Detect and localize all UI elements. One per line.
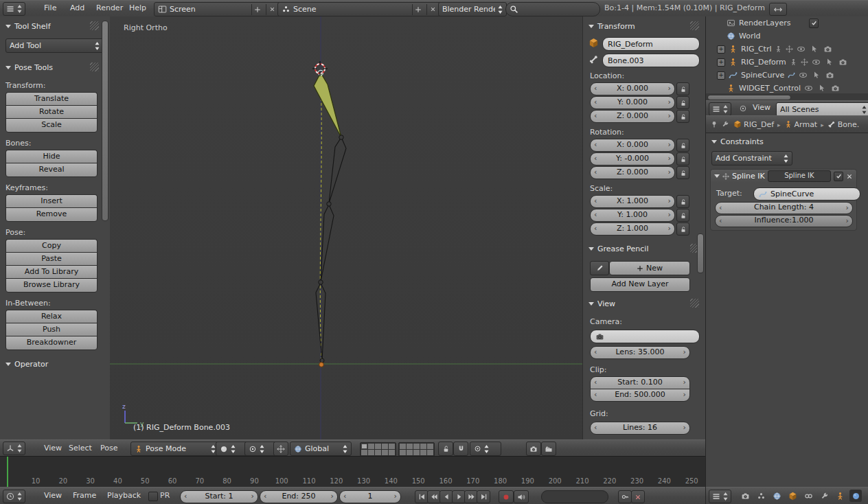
delete-keyframe-button[interactable] [631,490,645,503]
location-z-field[interactable]: Z: 0.000 [590,110,675,123]
scene-name-field[interactable]: Scene [293,5,409,14]
layer-cell[interactable] [420,450,426,455]
panel-grip[interactable] [690,299,699,308]
delete-constraint-icon[interactable] [846,173,853,180]
editor-type-button-3dview[interactable] [3,442,25,455]
add-to-library-button[interactable]: Add To Library [5,265,98,279]
influence-slider[interactable]: Influence:1.000 [715,215,853,227]
outliner-item-world[interactable]: World [706,30,868,43]
breakdowner-button[interactable]: Breakdowner [5,336,98,350]
lock-rotation-z-button[interactable] [676,166,689,179]
outliner-hscroll-track[interactable] [706,93,868,100]
armature-root-point[interactable] [319,363,324,367]
add-new-layer-button[interactable]: Add New Layer [590,277,690,292]
rotation-z-field[interactable]: Z: 0.000 [590,166,675,179]
camera-render-icon[interactable] [831,84,840,93]
object-name-field[interactable]: RIG_Deform [602,37,700,51]
outliner-item-rig-deform[interactable]: RIG_Deform [706,56,868,69]
wrench-icon[interactable] [721,120,729,128]
cursor-select-icon[interactable] [825,58,834,66]
layer-cell[interactable] [407,444,413,449]
bone-active-selected[interactable] [314,73,341,137]
filter-icon[interactable] [739,104,747,113]
scale-x-field[interactable]: X: 1.000 [590,195,675,208]
insert-keyframe-button[interactable]: Insert [5,194,98,208]
tab-scene[interactable] [755,490,767,502]
tab-constraints[interactable] [802,490,814,502]
cursor-select-icon[interactable] [812,71,821,79]
scale-y-field[interactable]: Y: 1.000 [590,209,675,222]
tab-data[interactable] [834,490,846,502]
collapse-triangle-icon[interactable] [714,174,720,178]
bone-3[interactable] [321,205,334,282]
add-constraint-dropdown[interactable]: Add Constraint [711,151,792,165]
timeline-menu-playback[interactable]: Playback [107,488,141,504]
layer-cell[interactable] [382,444,388,449]
collapse-triangle-icon[interactable] [589,25,594,28]
render-engine-dropdown[interactable]: Blender Render [438,2,507,16]
eye-icon[interactable] [812,58,821,67]
tab-object[interactable] [786,490,799,502]
snap-toggle-button[interactable] [453,442,468,456]
grease-draw-button[interactable] [590,261,609,275]
tab-modifiers[interactable] [818,490,830,502]
search-field[interactable] [505,2,600,16]
reveal-button[interactable]: Reveal [5,163,98,177]
collapse-triangle-icon[interactable] [589,247,594,251]
menu-render[interactable]: Render [96,1,123,16]
layer-cell[interactable] [375,444,381,449]
collapse-triangle-icon[interactable] [589,302,594,306]
collapse-triangle-icon[interactable] [711,140,717,144]
viewport-3d[interactable]: z y Right Ortho (1) RIG_Deform Bone.003 [110,16,582,439]
push-button[interactable]: Push [5,323,98,336]
editor-type-button-properties[interactable] [709,490,731,503]
panel-grip[interactable] [90,21,99,30]
constraint-name-field[interactable]: Spline IK [768,170,831,182]
target-field[interactable]: SpineCurve [753,187,860,201]
manipulator-toggle-button[interactable] [273,442,288,456]
outliner-view-menu[interactable]: View [753,101,770,115]
layer-cell[interactable] [368,444,374,449]
cursor-select-icon[interactable] [818,84,826,92]
outliner-item-renderlayers[interactable]: RenderLayers [706,16,868,30]
layer-cell[interactable] [368,450,374,455]
play-reverse-button[interactable] [439,490,453,503]
frame-end-field[interactable]: End: 250 [260,490,338,503]
pr-checkbox[interactable] [148,492,158,501]
collapse-triangle-icon[interactable] [5,363,11,366]
camera-render-icon[interactable] [838,58,847,67]
display-mode-dropdown[interactable]: All Scenes [776,102,868,117]
view3d-menu-pose[interactable]: Pose [100,440,117,456]
lock-scale-x-button[interactable] [676,195,689,208]
breadcrumb-data[interactable]: Armat [795,120,818,129]
menu-help[interactable]: Help [129,1,146,16]
lock-location-y-button[interactable] [676,96,689,109]
lens-field[interactable]: Lens: 35.000 [590,346,690,359]
next-keyframe-button[interactable] [464,490,478,503]
expand-toggle-icon[interactable] [717,45,725,54]
panel-grip[interactable] [90,62,99,71]
snap-element-dropdown[interactable] [470,442,501,456]
timeline-menu-frame[interactable]: Frame [73,488,96,504]
editor-type-button-info[interactable] [3,2,25,16]
lock-rotation-x-button[interactable] [676,139,689,152]
constraint-enable-checkbox[interactable] [834,172,843,181]
window-arrows-button[interactable] [769,3,787,16]
scale-button[interactable]: Scale [5,118,98,133]
hide-button[interactable]: Hide [5,150,98,163]
layer-cell[interactable] [427,450,433,455]
layer-cell[interactable] [382,450,388,455]
tab-render[interactable] [739,490,751,502]
location-x-field[interactable]: X: 0.000 [590,82,675,95]
lock-scale-y-button[interactable] [676,209,689,222]
timeline-ruler[interactable]: 1020304050607080901001101201301401501601… [0,456,705,488]
layer-cell[interactable] [389,444,395,449]
layer-cell[interactable] [400,444,406,449]
layer-cell[interactable] [361,444,367,449]
opengl-render-anim-button[interactable] [541,442,556,456]
delete-scene-button[interactable] [426,4,438,15]
editor-type-button-timeline[interactable] [3,490,25,503]
bone-2[interactable] [329,137,346,203]
menu-add[interactable]: Add [70,1,84,16]
panel-grip[interactable] [690,21,699,30]
